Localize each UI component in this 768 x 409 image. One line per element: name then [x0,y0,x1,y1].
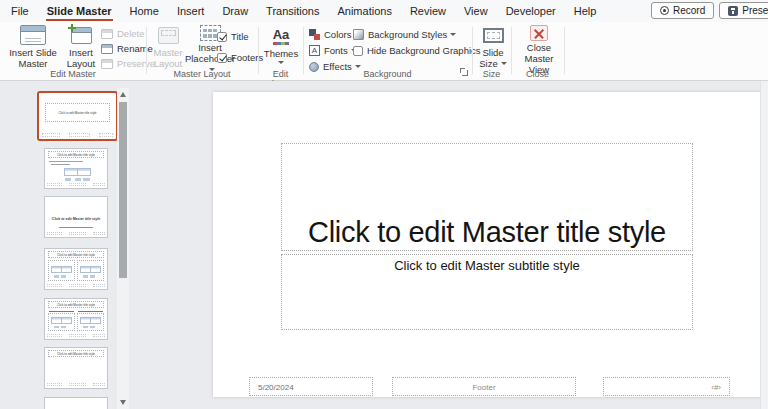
footer-placeholder[interactable]: Footer [392,377,576,396]
fonts-button[interactable]: A Fonts [309,44,357,57]
background-styles-icon [353,29,364,40]
title-placeholder-text: Click to edit Master title style [262,216,712,249]
group-divider [303,27,304,74]
titlebar-actions: Record Present in Teams [651,2,768,19]
slide-number-text: ‹#› [711,383,721,392]
colors-icon [309,29,320,40]
group-divider [472,27,473,74]
master-layout-icon [158,27,179,44]
delete-icon [101,29,113,39]
insert-layout-button[interactable]: Insert Layout [61,25,101,69]
slide-size-button[interactable]: Slide Size [476,25,510,69]
insert-layout-icon [71,27,92,44]
group-label-close: Close [511,69,564,79]
menu-file[interactable]: File [2,0,38,22]
scrollbar-thumb[interactable] [119,102,127,278]
close-master-view-button[interactable]: Close Master View [514,25,564,69]
thumbnail-slide-master[interactable]: Click to edit Master title style [37,91,118,141]
footers-checkbox[interactable] [217,53,227,63]
menu-home[interactable]: Home [121,0,168,22]
thumbnail-layout-comparison[interactable]: Click to edit Master title style [44,298,108,340]
thumbnail-layout-partial[interactable] [44,397,108,409]
background-dialog-launcher-icon[interactable] [460,68,469,77]
ribbon-slide-master-tab: Insert Slide Master Insert Layout Delete… [0,22,768,81]
fonts-icon: A [309,45,320,56]
thumbnail-layout-two-content[interactable]: Click to edit Master title style [44,248,108,290]
present-in-teams-button[interactable]: Present in Teams [719,2,768,19]
footer-text: Footer [393,383,575,392]
title-checkbox[interactable] [217,32,227,42]
hide-background-graphics-checkbox[interactable] [353,46,363,56]
group-label-background: Background [303,69,472,79]
powerpoint-window: File Slide Master Home Insert Draw Trans… [0,0,768,409]
date-placeholder[interactable]: 5/20/2024 [249,377,373,396]
menu-developer[interactable]: Developer [497,0,565,22]
menu-view[interactable]: View [455,0,497,22]
group-divider [258,27,259,74]
group-label-master-layout: Master Layout [146,69,258,79]
slide-canvas[interactable]: Click to edit Master title style Click t… [213,92,760,397]
footers-checkbox-row[interactable]: Footers [217,52,263,63]
scroll-down-icon[interactable] [120,400,126,405]
main-scrollbar-track[interactable] [760,81,768,409]
menu-items: File Slide Master Home Insert Draw Trans… [2,0,605,22]
record-icon [660,6,669,15]
menu-slide-master[interactable]: Slide Master [38,0,121,22]
plus-icon [68,24,76,32]
hide-background-graphics-row[interactable]: Hide Background Graphics [353,45,481,56]
slide-size-icon [483,28,504,43]
group-label-edit-master: Edit Master [0,69,146,79]
preserve-icon [101,59,113,69]
menu-help[interactable]: Help [565,0,606,22]
group-divider [564,27,565,74]
menubar: File Slide Master Home Insert Draw Trans… [0,0,768,22]
date-text: 5/20/2024 [258,383,294,392]
menu-draw[interactable]: Draw [213,0,257,22]
menu-transitions[interactable]: Transitions [257,0,328,22]
title-checkbox-row[interactable]: Title [217,31,249,42]
subtitle-placeholder[interactable]: Click to edit Master subtitle style [281,254,693,330]
workspace: Click to edit Master title style Click t… [0,81,768,409]
thumbnail-layout-title-slide[interactable]: Click to edit Master title style [44,196,108,238]
thumbnail-layout-title-only[interactable]: Click to edit Master title style [44,347,108,389]
master-layout-button: Master Layout [150,25,186,69]
rename-icon [101,44,113,54]
insert-slide-master-icon [20,25,46,45]
themes-button[interactable]: Aa Themes [261,25,301,69]
delete-button: Delete [101,27,144,40]
group-divider [146,27,147,74]
close-master-view-icon [530,25,548,41]
thumbnail-scrollbar[interactable] [117,88,129,409]
record-label: Record [673,5,705,16]
title-placeholder[interactable]: Click to edit Master title style [281,143,693,251]
present-label: Present in Teams [742,5,768,16]
subtitle-placeholder-text: Click to edit Master subtitle style [282,258,692,273]
scroll-up-icon[interactable] [120,92,126,97]
group-label-size: Size [472,69,511,79]
slide-number-placeholder[interactable]: ‹#› [603,377,730,396]
themes-icon: Aa [273,28,290,45]
menu-animations[interactable]: Animations [328,0,400,22]
thumbnail-layout-title-content[interactable]: Click to edit Master title style [44,148,108,189]
group-divider [511,27,512,74]
teams-icon [728,6,738,16]
record-button[interactable]: Record [651,2,714,19]
background-styles-button[interactable]: Background Styles [353,28,456,41]
menu-review[interactable]: Review [401,0,455,22]
menu-insert[interactable]: Insert [168,0,214,22]
insert-slide-master-button[interactable]: Insert Slide Master [6,25,60,69]
